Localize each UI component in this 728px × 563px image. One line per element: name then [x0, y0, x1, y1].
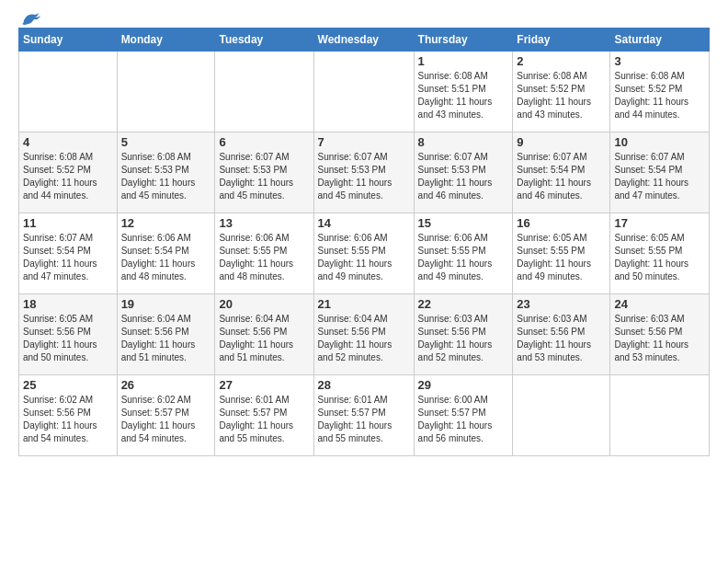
calendar-cell: 18Sunrise: 6:05 AM Sunset: 5:56 PM Dayli…: [19, 294, 118, 375]
calendar-cell: 6Sunrise: 6:07 AM Sunset: 5:53 PM Daylig…: [215, 132, 313, 213]
day-info: Sunrise: 6:01 AM Sunset: 5:57 PM Dayligh…: [318, 394, 410, 445]
calendar-cell: 1Sunrise: 6:08 AM Sunset: 5:51 PM Daylig…: [414, 52, 513, 132]
calendar-cell: 23Sunrise: 6:03 AM Sunset: 5:56 PM Dayli…: [513, 294, 610, 375]
day-header-monday: Monday: [117, 29, 215, 52]
day-number: 7: [318, 135, 410, 149]
day-info: Sunrise: 6:06 AM Sunset: 5:55 PM Dayligh…: [318, 232, 410, 283]
day-info: Sunrise: 6:08 AM Sunset: 5:51 PM Dayligh…: [418, 70, 509, 121]
day-info: Sunrise: 6:01 AM Sunset: 5:57 PM Dayligh…: [219, 394, 309, 445]
calendar-cell: 14Sunrise: 6:06 AM Sunset: 5:55 PM Dayli…: [313, 213, 414, 294]
day-header-wednesday: Wednesday: [313, 29, 414, 52]
day-number: 13: [219, 216, 309, 230]
day-info: Sunrise: 6:03 AM Sunset: 5:56 PM Dayligh…: [418, 313, 509, 364]
day-header-tuesday: Tuesday: [215, 29, 313, 52]
calendar-cell: 22Sunrise: 6:03 AM Sunset: 5:56 PM Dayli…: [414, 294, 513, 375]
calendar-cell: [215, 52, 313, 132]
day-info: Sunrise: 6:04 AM Sunset: 5:56 PM Dayligh…: [121, 313, 211, 364]
day-info: Sunrise: 6:03 AM Sunset: 5:56 PM Dayligh…: [614, 313, 705, 364]
calendar-cell: 5Sunrise: 6:08 AM Sunset: 5:53 PM Daylig…: [117, 132, 215, 213]
calendar-cell: 19Sunrise: 6:04 AM Sunset: 5:56 PM Dayli…: [117, 294, 215, 375]
day-info: Sunrise: 6:00 AM Sunset: 5:57 PM Dayligh…: [418, 394, 509, 445]
calendar-cell: 3Sunrise: 6:08 AM Sunset: 5:52 PM Daylig…: [610, 52, 710, 132]
day-number: 8: [418, 135, 509, 149]
day-number: 16: [517, 216, 606, 230]
day-number: 20: [219, 297, 309, 311]
day-number: 21: [318, 297, 410, 311]
calendar-cell: [513, 375, 610, 456]
day-info: Sunrise: 6:07 AM Sunset: 5:54 PM Dayligh…: [517, 151, 606, 202]
day-number: 17: [614, 216, 705, 230]
calendar-cell: 16Sunrise: 6:05 AM Sunset: 5:55 PM Dayli…: [513, 213, 610, 294]
header-row: SundayMondayTuesdayWednesdayThursdayFrid…: [19, 29, 710, 52]
day-info: Sunrise: 6:08 AM Sunset: 5:52 PM Dayligh…: [614, 70, 705, 121]
calendar-cell: 17Sunrise: 6:05 AM Sunset: 5:55 PM Dayli…: [610, 213, 710, 294]
day-number: 3: [614, 54, 705, 68]
day-number: 5: [121, 135, 211, 149]
day-info: Sunrise: 6:03 AM Sunset: 5:56 PM Dayligh…: [517, 313, 606, 364]
calendar-cell: 29Sunrise: 6:00 AM Sunset: 5:57 PM Dayli…: [414, 375, 513, 456]
calendar-cell: [610, 375, 710, 456]
week-row-2: 4Sunrise: 6:08 AM Sunset: 5:52 PM Daylig…: [19, 132, 710, 213]
day-number: 29: [418, 378, 509, 392]
day-info: Sunrise: 6:06 AM Sunset: 5:54 PM Dayligh…: [121, 232, 211, 283]
day-info: Sunrise: 6:07 AM Sunset: 5:53 PM Dayligh…: [418, 151, 509, 202]
day-number: 19: [121, 297, 211, 311]
day-info: Sunrise: 6:07 AM Sunset: 5:53 PM Dayligh…: [318, 151, 410, 202]
calendar-cell: 15Sunrise: 6:06 AM Sunset: 5:55 PM Dayli…: [414, 213, 513, 294]
logo: [18, 15, 40, 24]
day-number: 12: [121, 216, 211, 230]
week-row-1: 1Sunrise: 6:08 AM Sunset: 5:51 PM Daylig…: [19, 52, 710, 132]
calendar-cell: 7Sunrise: 6:07 AM Sunset: 5:53 PM Daylig…: [313, 132, 414, 213]
calendar-cell: 8Sunrise: 6:07 AM Sunset: 5:53 PM Daylig…: [414, 132, 513, 213]
day-header-thursday: Thursday: [414, 29, 513, 52]
week-row-4: 18Sunrise: 6:05 AM Sunset: 5:56 PM Dayli…: [19, 294, 710, 375]
day-number: 1: [418, 54, 509, 68]
day-number: 23: [517, 297, 606, 311]
day-number: 25: [23, 378, 113, 392]
day-info: Sunrise: 6:07 AM Sunset: 5:54 PM Dayligh…: [23, 232, 113, 283]
day-number: 9: [517, 135, 606, 149]
calendar-cell: 9Sunrise: 6:07 AM Sunset: 5:54 PM Daylig…: [513, 132, 610, 213]
day-info: Sunrise: 6:07 AM Sunset: 5:53 PM Dayligh…: [219, 151, 309, 202]
calendar-table: SundayMondayTuesdayWednesdayThursdayFrid…: [18, 28, 710, 456]
logo-bird-icon: [20, 11, 40, 28]
day-number: 28: [318, 378, 410, 392]
calendar-cell: 12Sunrise: 6:06 AM Sunset: 5:54 PM Dayli…: [117, 213, 215, 294]
calendar-cell: 11Sunrise: 6:07 AM Sunset: 5:54 PM Dayli…: [19, 213, 118, 294]
day-number: 10: [614, 135, 705, 149]
week-row-3: 11Sunrise: 6:07 AM Sunset: 5:54 PM Dayli…: [19, 213, 710, 294]
calendar-cell: 20Sunrise: 6:04 AM Sunset: 5:56 PM Dayli…: [215, 294, 313, 375]
day-number: 6: [219, 135, 309, 149]
calendar-cell: 25Sunrise: 6:02 AM Sunset: 5:56 PM Dayli…: [19, 375, 118, 456]
day-number: 24: [614, 297, 705, 311]
calendar-cell: 13Sunrise: 6:06 AM Sunset: 5:55 PM Dayli…: [215, 213, 313, 294]
day-number: 26: [121, 378, 211, 392]
day-header-saturday: Saturday: [610, 29, 710, 52]
calendar-cell: 27Sunrise: 6:01 AM Sunset: 5:57 PM Dayli…: [215, 375, 313, 456]
day-number: 2: [517, 54, 606, 68]
calendar-cell: 4Sunrise: 6:08 AM Sunset: 5:52 PM Daylig…: [19, 132, 118, 213]
day-info: Sunrise: 6:04 AM Sunset: 5:56 PM Dayligh…: [318, 313, 410, 364]
calendar-cell: 2Sunrise: 6:08 AM Sunset: 5:52 PM Daylig…: [513, 52, 610, 132]
day-number: 27: [219, 378, 309, 392]
calendar-cell: 28Sunrise: 6:01 AM Sunset: 5:57 PM Dayli…: [313, 375, 414, 456]
day-number: 15: [418, 216, 509, 230]
day-info: Sunrise: 6:08 AM Sunset: 5:52 PM Dayligh…: [517, 70, 606, 121]
day-info: Sunrise: 6:05 AM Sunset: 5:55 PM Dayligh…: [517, 232, 606, 283]
day-info: Sunrise: 6:06 AM Sunset: 5:55 PM Dayligh…: [219, 232, 309, 283]
header: [18, 15, 710, 24]
day-number: 18: [23, 297, 113, 311]
day-info: Sunrise: 6:05 AM Sunset: 5:56 PM Dayligh…: [23, 313, 113, 364]
calendar-cell: [19, 52, 118, 132]
day-info: Sunrise: 6:06 AM Sunset: 5:55 PM Dayligh…: [418, 232, 509, 283]
day-header-sunday: Sunday: [19, 29, 118, 52]
calendar-cell: 26Sunrise: 6:02 AM Sunset: 5:57 PM Dayli…: [117, 375, 215, 456]
day-header-friday: Friday: [513, 29, 610, 52]
calendar-cell: 10Sunrise: 6:07 AM Sunset: 5:54 PM Dayli…: [610, 132, 710, 213]
calendar-cell: 24Sunrise: 6:03 AM Sunset: 5:56 PM Dayli…: [610, 294, 710, 375]
day-info: Sunrise: 6:02 AM Sunset: 5:56 PM Dayligh…: [23, 394, 113, 445]
week-row-5: 25Sunrise: 6:02 AM Sunset: 5:56 PM Dayli…: [19, 375, 710, 456]
day-info: Sunrise: 6:02 AM Sunset: 5:57 PM Dayligh…: [121, 394, 211, 445]
calendar-cell: [313, 52, 414, 132]
calendar-cell: 21Sunrise: 6:04 AM Sunset: 5:56 PM Dayli…: [313, 294, 414, 375]
